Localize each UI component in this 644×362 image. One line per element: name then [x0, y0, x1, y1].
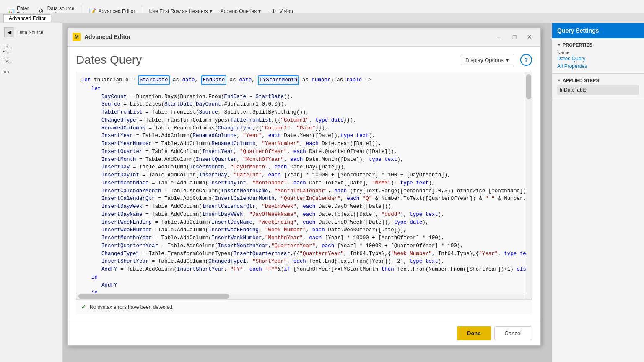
code-line-21: InsertMonthnYear = Table.AddColumn(Inser… [81, 234, 527, 242]
code-line-15: InsertCalendarMonth = Table.AddColumn(In… [81, 187, 527, 195]
dropdown-arrow-icon: ▾ [506, 57, 509, 63]
sidebar-content: En... St... E... FY... fun [0, 41, 62, 77]
right-panel: Query Settings PROPERTIES Name Dates Que… [552, 23, 644, 362]
main-toolbar: 📊 EnterData ⚙ Data sourcesettings 📝 Adva… [0, 0, 644, 23]
code-line-7: RenamedColumns = Table.RenameColumns(Cha… [81, 124, 527, 132]
code-line-14: InsertMonthName = Table.AddColumn(Insert… [81, 179, 527, 187]
modal-overlay: M Advanced Editor ─ □ ✕ Dates Query Disp… [63, 23, 552, 362]
code-line-3: DayCount = Duration.Days(Duration.From(E… [81, 93, 527, 101]
status-text: No syntax errors have been detected. [90, 304, 174, 310]
code-line-6: ChangedType = Table.TransformColumnTypes… [81, 116, 527, 124]
param-fy-start-month-highlight: FYStartMonth [258, 75, 299, 85]
cancel-button[interactable]: Cancel [494, 326, 532, 340]
modal-header-row: Dates Query Display Options ▾ ? [76, 53, 532, 67]
all-properties-link[interactable]: All Properties [557, 63, 639, 69]
code-line-10: InsertQuarter = Table.AddColumn(InsertYe… [81, 148, 527, 156]
code-line-20: InsertWeekNumber= Table.AddColumn(Insert… [81, 226, 527, 234]
code-line-22: InsertQuarternYear = Table.AddColumn(Ins… [81, 242, 527, 250]
code-line-4: Source = List.Dates(StartDate,DayCount,#… [81, 101, 527, 109]
code-line-2: let [81, 85, 527, 93]
code-line-19: InsertWeekEnding = Table.AddColumn(Inser… [81, 219, 527, 227]
horizontal-scrollbar[interactable] [76, 293, 526, 299]
maximize-button[interactable]: □ [509, 31, 520, 43]
code-line-23: ChangedType1 = Table.TransformColumnType… [81, 250, 527, 258]
name-value[interactable]: Dates Query [557, 56, 639, 62]
applied-steps-section: APPLIED STEPS fnDateTable [552, 74, 644, 99]
code-line-8: InsertYear = Table.AddColumn(RenamedColu… [81, 132, 527, 140]
sidebar-label: Data Source [18, 30, 43, 35]
properties-section-title: PROPERTIES [557, 42, 639, 47]
code-line-13: InsertDayInt = Table.AddColumn(InsertDay… [81, 171, 527, 179]
code-line-9: InsertYearNumber = Table.AddColumn(Renam… [81, 140, 527, 148]
vertical-scrollbar[interactable] [526, 72, 532, 299]
param-end-date-highlight: EndDate [201, 75, 227, 85]
code-line-26: in [81, 274, 527, 282]
properties-section: PROPERTIES Name Dates Query All Properti… [552, 38, 644, 74]
modal-title: Advanced Editor [84, 34, 131, 40]
modal-titlebar: M Advanced Editor ─ □ ✕ [68, 28, 540, 47]
tab-strip: Advanced Editor [0, 13, 644, 23]
code-editor-inner[interactable]: let fnDateTable = StartDate as date, End… [76, 72, 532, 298]
code-line-11: InsertMonth = Table.AddColumn(InsertQuar… [81, 156, 527, 164]
query-title: Dates Query [76, 53, 142, 67]
status-bar: ✓ No syntax errors have been detected. [76, 299, 532, 314]
code-line-27: AddFY [81, 282, 527, 290]
advanced-editor-modal: M Advanced Editor ─ □ ✕ Dates Query Disp… [67, 27, 541, 346]
code-line-16: InsertCalendarQtr = Table.AddColumn(Inse… [81, 195, 527, 203]
modal-controls: ─ □ ✕ [493, 31, 535, 43]
code-editor[interactable]: let fnDateTable = StartDate as date, End… [76, 72, 532, 299]
tab-advanced-editor[interactable]: Advanced Editor [3, 14, 51, 22]
name-label: Name [557, 50, 639, 55]
code-line-17: InsertDayWeek = Table.AddColumn(InsertCa… [81, 203, 527, 211]
close-button[interactable]: ✕ [524, 31, 535, 43]
scrollbar-thumb[interactable] [526, 74, 531, 99]
header-actions: Display Options ▾ ? [460, 54, 532, 66]
right-panel-header: Query Settings [552, 23, 644, 38]
modal-footer: Done Cancel [68, 321, 540, 345]
code-line-18: InsertDayName = Table.AddColumn(InsertDa… [81, 211, 527, 219]
param-start-date-highlight: StartDate [138, 75, 170, 85]
done-button[interactable]: Done [457, 326, 491, 340]
applied-steps-title: APPLIED STEPS [557, 78, 639, 83]
modal-title-left: M Advanced Editor [73, 33, 131, 41]
help-button[interactable]: ? [520, 54, 532, 66]
code-line-25: AddFY = Table.AddColumn(InsertShortYear,… [81, 266, 527, 274]
code-line-24: InsertShortYear = Table.AddColumn(Change… [81, 258, 527, 266]
code-line-5: TableFromList = Table.FromList(Source, S… [81, 109, 527, 116]
horizontal-scrollbar-thumb[interactable] [78, 294, 229, 299]
modal-icon: M [73, 33, 81, 41]
sidebar-collapse-btn[interactable]: ◀ [4, 27, 14, 37]
left-sidebar: ◀ Data Source En... St... E... FY... fun [0, 23, 63, 362]
modal-content: Dates Query Display Options ▾ ? let fnDa… [68, 47, 540, 321]
code-line-1: let fnDateTable = StartDate as date, End… [81, 75, 527, 85]
code-line-12: InsertDay = Table.AddColumn(InsertMonth,… [81, 163, 527, 171]
display-options-button[interactable]: Display Options ▾ [460, 54, 514, 66]
step-fn-date-table[interactable]: fnDateTable [557, 85, 639, 95]
minimize-button[interactable]: ─ [493, 31, 505, 43]
status-check-icon: ✓ [81, 303, 86, 311]
